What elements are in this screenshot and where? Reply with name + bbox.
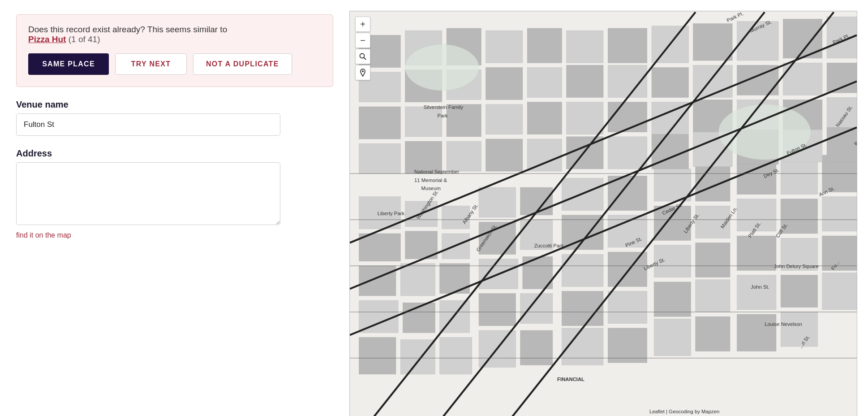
svg-rect-41 [696,243,730,277]
svg-text:Leaflet | Geocoding by Mapzen: Leaflet | Geocoding by Mapzen [649,409,719,414]
svg-text:Museum: Museum [421,186,441,191]
svg-rect-7 [359,266,396,296]
svg-rect-64 [527,28,562,63]
svg-rect-15 [440,338,472,374]
svg-rect-44 [654,319,691,355]
svg-rect-35 [608,328,647,363]
find-on-map-link[interactable]: find it on the map [16,231,333,239]
svg-rect-96 [359,143,401,173]
svg-rect-98 [447,141,481,171]
svg-rect-65 [567,30,603,63]
similar-venue-count: (1 of 41) [69,35,100,44]
alert-buttons: SAME PLACE TRY NEXT NOT A DUPLICATE [28,53,321,75]
venue-name-input[interactable] [16,113,280,136]
svg-rect-13 [359,338,396,374]
svg-rect-42 [654,282,691,316]
svg-text:Zuccotti Park: Zuccotti Park [534,243,564,248]
svg-rect-79 [652,67,688,97]
svg-rect-63 [486,30,523,63]
venue-name-label: Venue name [16,100,333,110]
svg-rect-57 [822,273,857,309]
svg-rect-90 [608,102,647,132]
zoom-in-button[interactable]: + [355,17,370,32]
svg-text:John St.: John St. [751,284,769,290]
svg-rect-58 [737,314,776,351]
similar-venue-link[interactable]: Pizza Hut [28,35,66,44]
svg-rect-56 [781,275,817,308]
svg-text:John Delury Square: John Delury Square [774,264,819,269]
svg-rect-80 [693,65,732,97]
svg-rect-89 [567,102,603,134]
svg-rect-87 [486,104,523,134]
svg-rect-22 [479,294,516,326]
svg-text:Louise Nevelson: Louise Nevelson [765,321,802,327]
svg-rect-99 [486,139,523,171]
zoom-out-button[interactable]: − [355,33,370,48]
svg-rect-25 [520,330,553,365]
svg-point-108 [405,44,479,91]
svg-rect-52 [737,236,776,270]
svg-rect-37 [696,167,730,201]
svg-rect-100 [527,139,562,171]
svg-rect-76 [527,67,562,97]
svg-rect-28 [562,215,603,250]
svg-rect-51 [822,197,857,231]
svg-text:Park: Park [438,113,448,118]
svg-rect-75 [486,67,523,100]
search-map-button[interactable] [355,49,370,64]
venue-name-section: Venue name [16,100,333,136]
svg-rect-47 [781,157,817,194]
svg-rect-2 [359,234,401,261]
svg-rect-59 [781,312,817,347]
svg-rect-16 [479,187,516,217]
svg-rect-45 [696,316,730,351]
duplicate-alert: Does this record exist already? This see… [16,14,333,87]
address-section: Address find it on the map [16,148,333,239]
svg-rect-46 [737,160,776,194]
svg-rect-66 [608,28,647,63]
svg-point-159 [362,70,364,72]
svg-text:National September: National September [414,169,459,174]
alert-message: Does this record exist already? This see… [28,25,321,44]
address-textarea[interactable] [16,162,280,225]
alert-message-text: Does this record exist already? This see… [28,25,227,34]
svg-rect-43 [696,280,730,312]
locate-button[interactable] [355,65,370,80]
right-panel: Murray St. Park Pl. Park Pl. City Hall P… [349,0,868,416]
svg-rect-77 [567,65,603,97]
svg-rect-9 [440,264,470,294]
svg-rect-8 [400,264,435,296]
svg-rect-88 [527,102,562,134]
not-duplicate-button[interactable]: NOT A DUPLICATE [193,53,292,75]
map-controls: + − [355,17,370,80]
try-next-button[interactable]: TRY NEXT [115,53,187,75]
svg-text:FINANCIAL: FINANCIAL [557,377,584,382]
svg-rect-95 [827,97,857,130]
left-panel: Does this record exist already? This see… [0,0,349,416]
svg-text:Liberty Park: Liberty Park [378,211,405,216]
svg-rect-85 [405,107,442,137]
svg-text:11 Memorial &: 11 Memorial & [414,178,447,183]
address-label: Address [16,148,333,159]
svg-rect-102 [608,137,647,169]
svg-rect-55 [737,275,776,310]
svg-rect-31 [608,252,647,286]
svg-rect-84 [359,107,401,139]
same-place-button[interactable]: SAME PLACE [28,53,109,75]
map-container[interactable]: Murray St. Park Pl. Park Pl. City Hall P… [349,11,857,416]
svg-rect-33 [608,291,647,324]
svg-rect-54 [822,236,857,270]
svg-rect-68 [693,24,732,61]
svg-line-158 [364,58,366,60]
svg-text:Silverstein Family: Silverstein Family [424,104,464,110]
